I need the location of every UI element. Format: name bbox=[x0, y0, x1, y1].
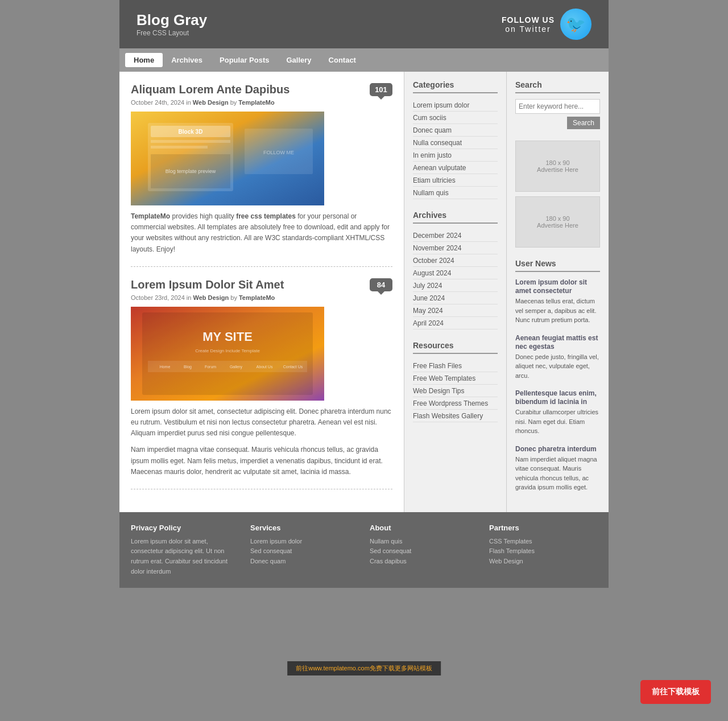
ad1-size: 180 x 90 bbox=[545, 159, 569, 166]
site-title: Blog Gray bbox=[136, 11, 207, 29]
search-title: Search bbox=[515, 80, 600, 93]
news-2-title[interactable]: Aenean feugiat mattis est nec egestas bbox=[515, 334, 598, 351]
footer-col-privacy: Privacy Policy Lorem ipsum dolor sit ame… bbox=[131, 524, 239, 576]
ad-box-1[interactable]: 180 x 90 Advertise Here bbox=[515, 141, 600, 192]
post-1-image: Block 3D Blog template preview FOLLOW ME bbox=[131, 112, 392, 205]
post-2-placeholder: MY SITE Create Design Include Template H… bbox=[131, 307, 324, 401]
list-item: Aenean vulputate bbox=[413, 162, 498, 174]
footer-about-title: About bbox=[370, 524, 478, 532]
main-content: Aliquam Lorem Ante Dapibus 101 October 2… bbox=[119, 72, 404, 512]
search-section: Search Search bbox=[515, 80, 600, 129]
news-4-text: Nam imperdiet aliquet magna vitae conseq… bbox=[515, 455, 600, 492]
news-1-title[interactable]: Lorem ipsum dolor sit amet consectetur bbox=[515, 278, 587, 295]
news-3-text: Curabitur ullamcorper ultricies nisi. Na… bbox=[515, 407, 600, 436]
footer-partners-title: Partners bbox=[489, 524, 597, 532]
nav-item-home[interactable]: Home bbox=[125, 53, 163, 67]
news-4-title[interactable]: Donec pharetra interdum bbox=[515, 445, 597, 453]
blog-title: Blog Gray Free CSS Layout bbox=[136, 11, 207, 37]
list-item: August 2024 bbox=[413, 267, 498, 279]
svg-text:Block 3D: Block 3D bbox=[179, 129, 203, 135]
footer-col-services: Services Lorem ipsum dolor Sed consequat… bbox=[250, 524, 358, 576]
ad-section-1: 180 x 90 Advertise Here 180 x 90 Adverti… bbox=[515, 141, 600, 248]
news-item-2: Aenean feugiat mattis est nec egestas Do… bbox=[515, 333, 600, 381]
nav-item-popular[interactable]: Popular Posts bbox=[211, 53, 278, 67]
svg-text:Blog: Blog bbox=[184, 365, 192, 369]
post-2-text1: Lorem ipsum dolor sit amet, consectetur … bbox=[131, 406, 392, 439]
list-item: Lorem ipsum dolor bbox=[413, 99, 498, 112]
user-news-title: User News bbox=[515, 259, 600, 272]
svg-text:MY SITE: MY SITE bbox=[202, 329, 253, 344]
post-1-category[interactable]: Web Design bbox=[193, 99, 229, 106]
footer: Privacy Policy Lorem ipsum dolor sit ame… bbox=[119, 512, 609, 588]
list-item: April 2024 bbox=[413, 317, 498, 329]
svg-text:Home: Home bbox=[160, 365, 171, 369]
resources-title: Resources bbox=[413, 341, 498, 354]
list-item: Free Wordpress Themes bbox=[413, 397, 498, 410]
list-item: Free Web Templates bbox=[413, 372, 498, 385]
footer-services-3[interactable]: Donec quam bbox=[250, 557, 358, 567]
post-1-title: Aliquam Lorem Ante Dapibus bbox=[131, 83, 289, 96]
nav-item-gallery[interactable]: Gallery bbox=[278, 53, 320, 67]
post-2-meta: October 23rd, 2024 in Web Design by Temp… bbox=[131, 294, 392, 301]
svg-text:FOLLOW ME: FOLLOW ME bbox=[263, 150, 294, 155]
svg-text:Create Design Include Template: Create Design Include Template bbox=[195, 348, 260, 353]
nav-item-archives[interactable]: Archives bbox=[163, 53, 211, 67]
footer-about-3[interactable]: Cras dapibus bbox=[370, 557, 478, 567]
post-2-author[interactable]: TemplateMo bbox=[239, 294, 275, 301]
news-item-4: Donec pharetra interdum Nam imperdiet al… bbox=[515, 444, 600, 492]
footer-services-1[interactable]: Lorem ipsum dolor bbox=[250, 537, 358, 547]
svg-rect-11 bbox=[142, 312, 313, 395]
archives-list: December 2024 November 2024 October 2024… bbox=[413, 229, 498, 329]
footer-services-2[interactable]: Sed consequat bbox=[250, 546, 358, 557]
footer-about-2[interactable]: Sed consequat bbox=[370, 546, 478, 557]
post-divider-2 bbox=[131, 489, 392, 489]
list-item: Etiam ultricies bbox=[413, 174, 498, 187]
svg-rect-5 bbox=[151, 146, 208, 149]
list-item: May 2024 bbox=[413, 304, 498, 317]
resources-section: Resources Free Flash Files Free Web Temp… bbox=[413, 341, 498, 422]
list-item: July 2024 bbox=[413, 279, 498, 292]
list-item: October 2024 bbox=[413, 254, 498, 267]
site-subtitle: Free CSS Layout bbox=[136, 29, 207, 37]
footer-privacy-title: Privacy Policy bbox=[131, 524, 239, 532]
footer-partners-3[interactable]: Web Design bbox=[489, 557, 597, 567]
footer-about-1[interactable]: Nullam quis bbox=[370, 537, 478, 547]
list-item: Nulla consequat bbox=[413, 137, 498, 149]
twitter-icon[interactable]: 🐦 bbox=[560, 9, 592, 40]
ad1-label: Advertise Here bbox=[537, 166, 578, 173]
search-input[interactable] bbox=[515, 99, 600, 114]
news-item-1: Lorem ipsum dolor sit amet consectetur M… bbox=[515, 278, 600, 325]
post-1-author[interactable]: TemplateMo bbox=[238, 99, 274, 106]
footer-services-title: Services bbox=[250, 524, 358, 532]
user-news-section: User News Lorem ipsum dolor sit amet con… bbox=[515, 259, 600, 492]
categories-section: Categories Lorem ipsum dolor Cum sociis … bbox=[413, 80, 498, 199]
list-item: December 2024 bbox=[413, 229, 498, 242]
ad2-label: Advertise Here bbox=[537, 222, 578, 229]
svg-text:Contact Us: Contact Us bbox=[283, 365, 303, 369]
nav-item-contact[interactable]: Contact bbox=[320, 53, 365, 67]
post-2-comments: 84 bbox=[370, 278, 392, 291]
list-item: Cum sociis bbox=[413, 112, 498, 124]
search-button[interactable]: Search bbox=[567, 117, 600, 129]
post-1-placeholder: Block 3D Blog template preview FOLLOW ME bbox=[131, 112, 324, 205]
follow-sublabel: on Twitter bbox=[502, 24, 555, 34]
follow-us: FOLLOW US on Twitter 🐦 bbox=[502, 9, 592, 40]
resources-list: Free Flash Files Free Web Templates Web … bbox=[413, 360, 498, 422]
post-2-text2: Nam imperdiet magna vitae consequat. Mau… bbox=[131, 444, 392, 477]
categories-title: Categories bbox=[413, 80, 498, 93]
ad-box-2[interactable]: 180 x 90 Advertise Here bbox=[515, 196, 600, 248]
post-2-category[interactable]: Web Design bbox=[193, 294, 229, 301]
list-item: June 2024 bbox=[413, 292, 498, 304]
news-1-text: Maecenas tellus erat, dictum vel semper … bbox=[515, 296, 600, 325]
nav-wrapper: Home Archives Popular Posts Gallery Cont… bbox=[119, 48, 609, 72]
follow-label: FOLLOW US bbox=[502, 15, 555, 24]
news-3-title[interactable]: Pellentesque lacus enim, bibendum id lac… bbox=[515, 389, 597, 406]
footer-privacy-text: Lorem ipsum dolor sit amet, consectetur … bbox=[131, 537, 239, 576]
footer-partners-2[interactable]: Flash Templates bbox=[489, 546, 597, 557]
footer-partners-1[interactable]: CSS Templates bbox=[489, 537, 597, 547]
main-nav: Home Archives Popular Posts Gallery Cont… bbox=[119, 48, 609, 72]
post-1-meta: October 24th, 2024 in Web Design by Temp… bbox=[131, 99, 392, 106]
post-1-comments: 101 bbox=[370, 83, 392, 96]
list-item: In enim justo bbox=[413, 149, 498, 162]
left-sidebar: Categories Lorem ipsum dolor Cum sociis … bbox=[404, 72, 506, 512]
